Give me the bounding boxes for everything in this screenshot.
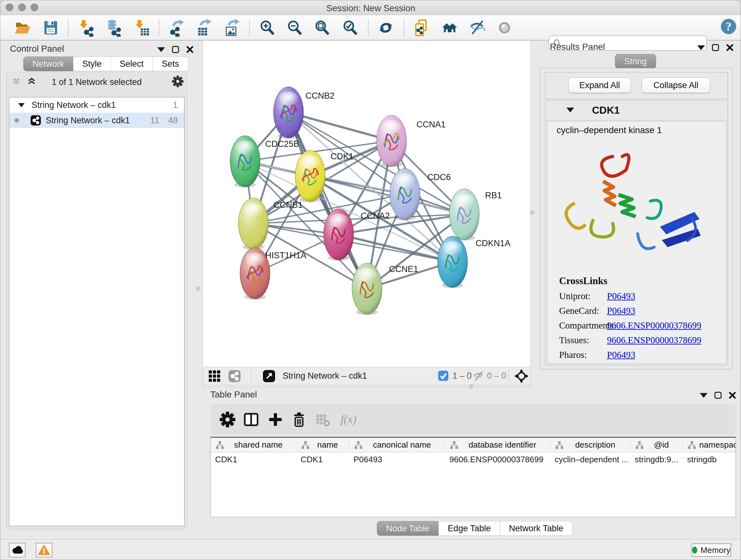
- zoom-in-icon[interactable]: [258, 19, 276, 37]
- export-image-icon[interactable]: [223, 19, 241, 37]
- panel-menu-icon[interactable]: [157, 47, 165, 52]
- open-in-window-icon[interactable]: [263, 370, 275, 384]
- close-panel-icon[interactable]: [726, 44, 734, 51]
- tab-select[interactable]: Select: [111, 57, 153, 71]
- zoom-fit-icon[interactable]: [313, 19, 331, 37]
- panel-menu-icon[interactable]: [700, 393, 708, 398]
- splitter-horizontal[interactable]: [203, 384, 530, 388]
- function-builder-icon: f(x): [340, 413, 356, 426]
- crosslink-link[interactable]: 9606.ENSP00000378699: [607, 335, 701, 346]
- expand-all-button[interactable]: Expand All: [568, 78, 631, 93]
- export-network-icon[interactable]: [167, 19, 185, 37]
- memory-button[interactable]: Memory: [691, 543, 731, 557]
- show-columns-icon[interactable]: [243, 411, 259, 428]
- network-node-RB1[interactable]: RB1: [449, 189, 502, 241]
- network-node-CCNE1[interactable]: CCNE1: [352, 263, 418, 315]
- node-label-CCNE1: CCNE1: [389, 264, 418, 274]
- node-count: 11: [150, 116, 159, 125]
- zoom-selected-icon[interactable]: [341, 19, 359, 37]
- tab-edge-table[interactable]: Edge Table: [439, 521, 500, 536]
- results-panel: Results Panel String Expand All Collapse…: [534, 41, 736, 388]
- splitter-handle[interactable]: [469, 384, 473, 388]
- string-app-icon: [30, 115, 41, 126]
- delete-column-trash-icon[interactable]: [291, 411, 307, 428]
- crosslink-link[interactable]: P06493: [607, 291, 635, 301]
- table-row[interactable]: CDK1CDK1P064939606.ENSP00000378699cyclin…: [211, 452, 736, 466]
- save-session-icon[interactable]: [42, 19, 60, 37]
- collection-label: String Network – cdk1: [31, 100, 116, 110]
- network-row-selected[interactable]: String Network – cdk1 11 48: [9, 113, 184, 128]
- string-results-box: Expand All Collapse All CDK1 cyclin–depe…: [540, 68, 733, 369]
- panel-menu-icon[interactable]: [697, 45, 705, 50]
- hide-selected-eye-slash-icon[interactable]: [468, 19, 486, 37]
- export-table-icon[interactable]: [195, 19, 213, 37]
- float-panel-icon[interactable]: [715, 392, 722, 399]
- network-node-CDKN1A[interactable]: CDKN1A: [437, 236, 511, 288]
- tab-style[interactable]: Style: [73, 57, 111, 71]
- column-header-@id[interactable]: @id: [630, 438, 683, 452]
- tab-network-table[interactable]: Network Table: [500, 521, 573, 536]
- table-options-gear-icon[interactable]: [219, 411, 236, 428]
- node-description: cyclin–dependent kinase 1: [556, 125, 662, 135]
- crosslink-link[interactable]: P06493: [607, 306, 635, 316]
- crosslink-label: GeneCard:: [548, 306, 607, 316]
- toolbar-separator: [368, 19, 368, 36]
- network-node-CDC25B[interactable]: CDC25B: [230, 136, 299, 188]
- collapse-section-icon[interactable]: [566, 108, 574, 112]
- cloud-button[interactable]: [9, 543, 25, 557]
- string-panel-toggle-icon[interactable]: [228, 370, 241, 384]
- network-node-CCNB2[interactable]: CCNB2: [273, 87, 335, 139]
- import-table-file-icon[interactable]: [132, 19, 150, 37]
- selected-checkbox-icon[interactable]: [438, 370, 449, 382]
- column-header-canonical-name[interactable]: canonical name: [349, 438, 445, 452]
- network-collection-row[interactable]: String Network – cdk1 1: [9, 98, 184, 113]
- title-bar: Session: New Session: [0, 0, 741, 15]
- node-label-CCNB2: CCNB2: [306, 91, 335, 101]
- tab-string[interactable]: String: [615, 54, 656, 69]
- network-options-gear-icon[interactable]: [172, 75, 184, 89]
- splitter-handle[interactable]: [196, 287, 200, 291]
- refresh-icon[interactable]: [377, 19, 395, 37]
- svg-text:?: ?: [726, 20, 731, 33]
- column-header-name[interactable]: name: [296, 438, 349, 452]
- column-header-database-identifier[interactable]: database identifier: [445, 438, 550, 452]
- node-section-header[interactable]: CDK1: [545, 101, 728, 120]
- column-header-shared-name[interactable]: shared name: [211, 438, 296, 452]
- network-node-CCNA2[interactable]: CCNA2: [324, 209, 390, 261]
- warnings-button[interactable]: [36, 543, 52, 557]
- tab-network[interactable]: Network: [23, 57, 73, 71]
- open-session-icon[interactable]: [14, 19, 31, 37]
- float-panel-icon[interactable]: [172, 46, 179, 53]
- add-column-icon[interactable]: [267, 411, 284, 428]
- copy-document-icon[interactable]: [413, 19, 430, 37]
- control-panel-title: Control Panel: [10, 44, 64, 54]
- float-panel-icon[interactable]: [712, 44, 719, 51]
- close-panel-icon[interactable]: [729, 391, 736, 399]
- crosslink-link[interactable]: 9606.ENSP00000378699: [607, 320, 701, 331]
- warning-icon: [38, 545, 50, 556]
- network-tree: String Network – cdk1 1 String Network –…: [9, 97, 185, 526]
- crosslink-link[interactable]: P06493: [607, 350, 635, 360]
- column-header-description[interactable]: description: [550, 438, 630, 452]
- tab-node-table[interactable]: Node Table: [377, 521, 439, 536]
- network-view: CCNB2CCNA1CDC25BCDK1CDC6RB1CCNB1CCNA2CDK…: [203, 41, 531, 388]
- home-icon[interactable]: [441, 19, 459, 37]
- close-panel-icon[interactable]: [186, 46, 194, 53]
- network-node-CDC6[interactable]: CDC6: [390, 169, 451, 221]
- tab-sets[interactable]: Sets: [152, 57, 188, 71]
- import-network-file-icon[interactable]: [77, 19, 95, 37]
- main-toolbar: ?: [0, 15, 741, 41]
- birdseye-grid-icon[interactable]: [208, 370, 221, 384]
- fit-content-crosshair-icon[interactable]: [515, 369, 529, 384]
- network-graph[interactable]: CCNB2CCNA1CDC25BCDK1CDC6RB1CCNB1CCNA2CDK…: [203, 41, 530, 367]
- column-header-namespace[interactable]: namespace: [683, 438, 736, 452]
- network-node-CCNA1[interactable]: CCNA1: [377, 115, 446, 167]
- network-node-HIST1H1A[interactable]: HIST1H1A: [240, 248, 307, 300]
- show-all-eye-icon[interactable]: [495, 19, 514, 37]
- collapse-collection-icon[interactable]: [18, 103, 24, 107]
- import-network-database-icon[interactable]: [105, 19, 122, 37]
- help-icon[interactable]: ?: [720, 17, 738, 36]
- zoom-out-icon[interactable]: [286, 19, 304, 37]
- collapse-all-button[interactable]: Collapse All: [642, 78, 710, 93]
- network-node-CCNB1[interactable]: CCNB1: [239, 198, 303, 250]
